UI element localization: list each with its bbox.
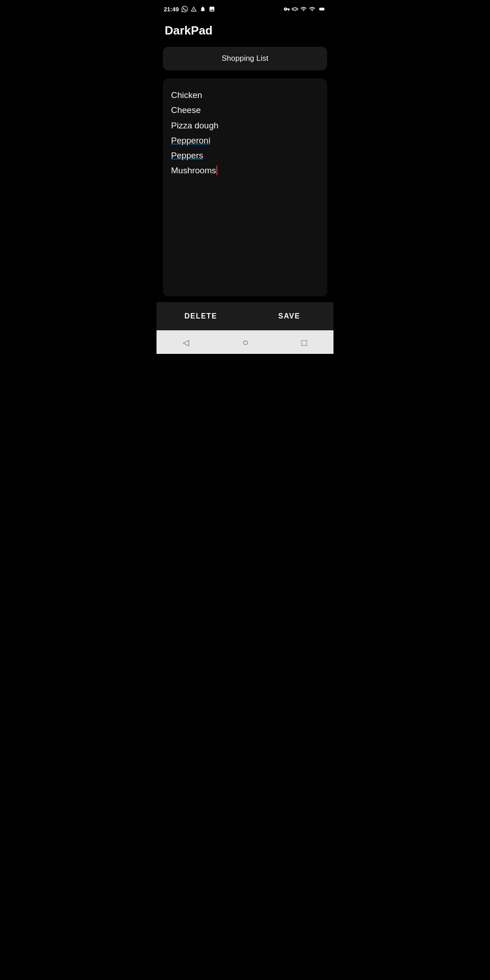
- home-button[interactable]: ○: [242, 337, 248, 348]
- recents-button[interactable]: □: [301, 338, 307, 348]
- save-button[interactable]: SAVE: [245, 302, 333, 330]
- battery-icon: [317, 6, 326, 12]
- list-item: Mushrooms: [171, 163, 319, 178]
- list-item: Pizza dough: [171, 118, 319, 133]
- status-bar: 21:49: [157, 0, 333, 16]
- bottom-buttons: DELETE SAVE: [157, 302, 333, 330]
- nav-bar: ◁ ○ □: [157, 330, 333, 354]
- app-title-bar: DarkPad: [157, 16, 333, 43]
- alert-icon: [191, 6, 197, 12]
- list-item: Chicken: [171, 88, 319, 103]
- note-title-input[interactable]: [163, 47, 327, 70]
- delete-button[interactable]: DELETE: [157, 302, 245, 330]
- image-icon: [209, 6, 215, 12]
- list-item: Peppers: [171, 148, 319, 163]
- note-content-area[interactable]: ChickenCheesePizza doughPepperoniPeppers…: [163, 78, 327, 296]
- list-item: Cheese: [171, 103, 319, 118]
- whatsapp-icon: [181, 6, 188, 12]
- status-bar-left: 21:49: [164, 6, 215, 13]
- note-content-container: ChickenCheesePizza doughPepperoniPeppers…: [157, 74, 333, 302]
- list-item: Pepperoni: [171, 133, 319, 148]
- notification-icon: [200, 6, 206, 12]
- wifi-icon: [300, 6, 307, 12]
- signal-icon: [309, 6, 315, 12]
- back-button[interactable]: ◁: [183, 338, 189, 348]
- note-title-container: [157, 43, 333, 74]
- status-bar-right: [284, 6, 326, 12]
- app-title: DarkPad: [165, 24, 325, 38]
- vpn-key-icon: [284, 6, 290, 12]
- time-display: 21:49: [164, 6, 179, 13]
- vibrate-icon: [292, 6, 298, 12]
